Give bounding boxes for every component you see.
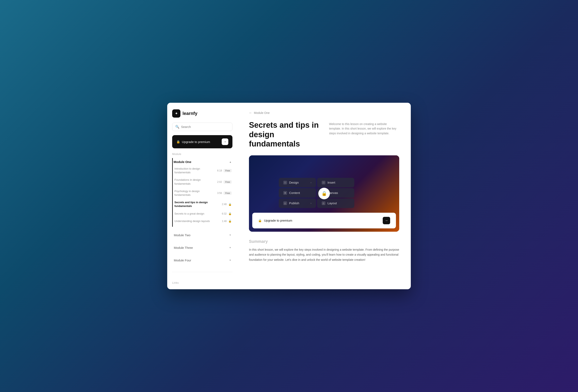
module-one-header[interactable]: Module One ▲ — [173, 160, 233, 164]
logo-icon: ✦ — [172, 109, 180, 118]
module-section-label: Module — [172, 152, 233, 156]
sidebar-item-module-one: Module One ▲ Introduction to design fund… — [172, 158, 233, 227]
lesson-duration: 2:02 — [217, 180, 222, 183]
free-badge: Free — [224, 180, 232, 184]
lesson-item[interactable]: Psychology in design fundamentals 3:56 F… — [173, 188, 233, 198]
lesson-title: Secrets to a great design — [174, 212, 215, 216]
lesson-duration: 2:48 — [222, 203, 227, 206]
lock-icon: 🔒 — [228, 219, 232, 223]
lock-icon-banner: 🔒 — [258, 219, 262, 222]
logo-area: ✦ learnfy — [172, 109, 233, 118]
lock-icon: 🔒 — [228, 203, 232, 206]
upgrade-arrow-icon: → — [222, 138, 228, 145]
summary-section: Summary In this short lesson, we will ex… — [249, 239, 399, 262]
links-label: Links — [172, 281, 233, 284]
back-arrow-icon: ← — [249, 111, 252, 115]
lesson-title: Foundations in design fundamentals — [174, 178, 215, 185]
upgrade-sidebar-button[interactable]: 🔒 Upgrade to premium → — [172, 135, 233, 148]
video-container: □ Design › □ Insert ● Content — [249, 155, 399, 232]
lock-icon-upgrade: 🔒 — [176, 140, 180, 144]
logo-text: learnfy — [183, 111, 197, 116]
menu-card-layout: △ Layout — [317, 198, 354, 208]
summary-text: In this short lesson, we will explore th… — [249, 247, 399, 262]
breadcrumb-label: Module One — [254, 111, 270, 115]
divider — [172, 272, 233, 272]
lesson-item[interactable]: Foundations in design fundamentals 2:02 … — [173, 176, 233, 187]
video-menu-overlay: □ Design › □ Insert ● Content — [279, 178, 354, 208]
page-title: Secrets and tips in design fundamentals — [249, 121, 319, 149]
chevron-right-icon: › — [310, 181, 311, 184]
lesson-duration: 6:18 — [217, 169, 222, 172]
page-header: Secrets and tips in design fundamentals … — [249, 121, 399, 149]
page-description: Welcome to this lesson on creating a web… — [329, 121, 399, 135]
menu-card-publish: △ Publish › — [279, 198, 316, 208]
links-section: Links — [172, 281, 233, 283]
menu-card-design: □ Design › — [279, 178, 316, 187]
menu-card-insert: □ Insert — [317, 178, 354, 187]
main-content: ← Module One Secrets and tips in design … — [237, 103, 411, 289]
lesson-item-active[interactable]: Secrets and tips in design fundamentals … — [173, 199, 233, 210]
chevron-down-icon: ▾ — [230, 234, 231, 236]
search-icon: 🔍 — [175, 125, 179, 129]
lesson-title: Understanding design layouts — [174, 219, 215, 223]
module-one-label: Module One — [174, 160, 191, 164]
lesson-title: Psychology in design fundamentals — [174, 189, 215, 197]
lesson-list: Introduction to design fundamentals 6:18… — [173, 165, 233, 225]
chevron-down-icon: ▾ — [230, 259, 231, 261]
app-container: ✦ learnfy 🔍 🔒 Upgrade to premium → Modul… — [167, 103, 411, 289]
free-badge: Free — [224, 169, 232, 172]
lock-icon: 🔒 — [228, 212, 232, 215]
lesson-item[interactable]: Understanding design layouts 1:48 🔒 — [173, 218, 233, 225]
module-three-label: Module Three — [174, 246, 193, 249]
lesson-duration: 3:56 — [217, 192, 222, 195]
module-section: Module — [172, 152, 233, 154]
sidebar-item-module-three[interactable]: Module Three ▾ — [172, 243, 233, 252]
chevron-right-icon: › — [310, 202, 311, 205]
lesson-title: Introduction to design fundamentals — [174, 167, 215, 174]
sidebar: ✦ learnfy 🔍 🔒 Upgrade to premium → Modul… — [167, 103, 237, 289]
module-two-label: Module Two — [174, 233, 191, 237]
lesson-item[interactable]: Introduction to design fundamentals 6:18… — [173, 165, 233, 176]
sidebar-item-module-four[interactable]: Module Four ▾ — [172, 256, 233, 264]
lesson-item[interactable]: Secrets to a great design 6:32 🔒 — [173, 210, 233, 217]
free-badge: Free — [224, 191, 232, 195]
video-lock-icon: 🔒 — [318, 188, 330, 199]
menu-card-content: ● Content — [279, 188, 316, 198]
breadcrumb[interactable]: ← Module One — [249, 111, 399, 115]
search-box[interactable]: 🔍 — [172, 123, 233, 131]
summary-title: Summary — [249, 239, 399, 244]
upgrade-banner-label: Upgrade to premium — [264, 219, 292, 222]
search-input[interactable] — [181, 125, 229, 129]
video-upgrade-banner[interactable]: 🔒 Upgrade to premium → — [252, 213, 396, 228]
sidebar-item-module-two[interactable]: Module Two ▾ — [172, 231, 233, 239]
module-four-label: Module Four — [174, 259, 191, 262]
chevron-down-icon: ▾ — [230, 246, 231, 249]
chevron-up-icon: ▲ — [229, 161, 232, 163]
lesson-duration: 6:32 — [222, 212, 227, 215]
upgrade-banner-arrow-icon: → — [383, 217, 390, 224]
lesson-duration: 1:48 — [222, 220, 227, 223]
lesson-title-active: Secrets and tips in design fundamentals — [174, 201, 215, 208]
